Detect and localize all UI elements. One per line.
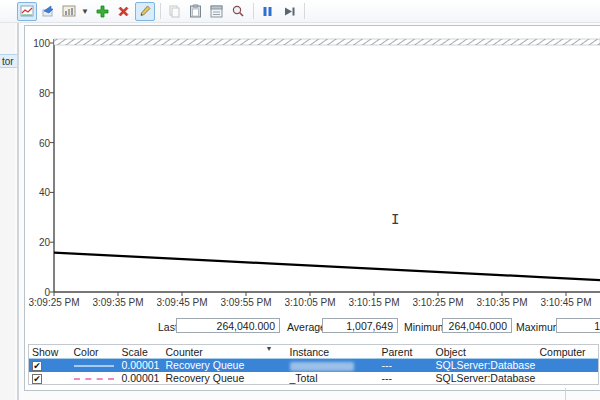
counter-cell: Recovery Queue (163, 372, 287, 385)
col-header-scale[interactable]: Scale (119, 345, 163, 359)
paste-counter-list-button[interactable] (186, 2, 206, 21)
redacted-instance (290, 362, 354, 371)
x-tick-label: 3:09:25 PM (28, 297, 79, 308)
legend-header-row: Show Color Scale Counter▼ Instance Paren… (29, 345, 599, 359)
chart-canvas (24, 25, 600, 325)
step-forward-icon (282, 5, 296, 18)
col-header-color[interactable]: Color (71, 345, 119, 359)
delete-counter-button[interactable] (114, 2, 134, 21)
col-header-instance[interactable]: Instance (287, 345, 379, 359)
maximum-value: 1,758,368 (556, 318, 600, 333)
object-cell: SQLServer:Database Replica (433, 359, 537, 372)
highlight-pencil-icon (138, 4, 152, 18)
line-chart[interactable]: 100806040200 3:09:25 PM3:09:35 PM3:09:45… (24, 25, 600, 325)
col-header-object[interactable]: Object (433, 345, 537, 359)
series-color-swatch (74, 378, 114, 380)
pane-splitter[interactable] (17, 23, 19, 400)
copy-properties-button[interactable] (165, 2, 185, 21)
x-tick-label: 3:10:45 PM (540, 297, 591, 308)
properties-icon (210, 5, 223, 18)
y-tick-label: 80 (20, 87, 50, 98)
show-checkbox[interactable]: ✔ (32, 361, 42, 371)
scale-cell: 0.00001 (119, 359, 163, 372)
x-tick-label: 3:09:45 PM (156, 297, 207, 308)
add-plus-icon (95, 4, 110, 19)
sidebar-item-performance-monitor[interactable]: tor (0, 54, 18, 68)
add-counter-button[interactable] (93, 2, 113, 21)
y-tick-label: 100 (20, 38, 50, 49)
toolbar-separator (304, 3, 305, 19)
x-tick-label: 3:10:05 PM (284, 297, 335, 308)
change-graph-type-button[interactable] (59, 2, 79, 21)
lower-pane-divider (565, 388, 566, 400)
average-label: Average (287, 321, 326, 333)
show-checkbox[interactable]: ✔ (32, 374, 42, 384)
update-data-button[interactable] (279, 2, 299, 21)
average-value: 1,007,649 (322, 318, 398, 333)
view-log-data-button[interactable] (38, 2, 58, 21)
parent-cell: --- (379, 372, 433, 385)
chevron-down-icon[interactable]: ▼ (81, 7, 89, 16)
table-row[interactable]: ✔ 0.00001 Recovery Queue _Total --- SQLS… (29, 372, 599, 385)
copy-icon (168, 5, 181, 18)
properties-button[interactable] (207, 2, 227, 21)
value-bar: Last 264,040.000 Average 1,007,649 Minim… (24, 318, 600, 336)
zoom-magnifier-icon (231, 4, 245, 18)
paste-clipboard-icon (189, 4, 202, 18)
perfmon-window: ▼ (0, 0, 600, 400)
x-tick-label: 3:09:55 PM (220, 297, 271, 308)
object-cell: SQLServer:Database Replica (433, 372, 537, 385)
delete-x-icon (116, 4, 131, 19)
console-tree-sidebar: tor (0, 23, 15, 400)
x-tick-label: 3:09:35 PM (92, 297, 143, 308)
ibeam-cursor: I (391, 211, 399, 227)
computer-cell (537, 372, 599, 385)
instance-cell: _Total (287, 372, 379, 385)
instance-cell (287, 359, 379, 372)
counter-legend-table: Show Color Scale Counter▼ Instance Paren… (28, 344, 599, 385)
x-tick-label: 3:10:25 PM (412, 297, 463, 308)
toolbar: ▼ (0, 0, 600, 23)
pause-icon (261, 5, 274, 18)
sort-descending-icon: ▼ (266, 345, 273, 352)
col-header-show[interactable]: Show (29, 345, 71, 359)
y-tick-label: 60 (20, 137, 50, 148)
offscale-series-strip (54, 39, 600, 45)
highlighted-counter-line (54, 253, 600, 280)
view-current-activity-button[interactable] (17, 2, 37, 21)
computer-cell (537, 359, 599, 372)
y-tick-label: 20 (20, 237, 50, 248)
current-activity-icon (20, 4, 34, 18)
col-header-counter[interactable]: Counter▼ (163, 345, 287, 359)
table-row[interactable]: ✔ 0.00001 Recovery Queue --- SQLServer:D… (29, 359, 599, 372)
minimum-label: Minimum (404, 321, 447, 333)
log-data-icon (41, 4, 55, 18)
zoom-button[interactable] (228, 2, 248, 21)
toolbar-separator (253, 3, 254, 19)
maximum-label: Maximum (516, 321, 562, 333)
col-header-computer[interactable]: Computer (537, 345, 599, 359)
toolbar-separator (160, 3, 161, 19)
x-tick-label: 3:10:35 PM (476, 297, 527, 308)
scale-cell: 0.00001 (119, 372, 163, 385)
y-tick-label: 40 (20, 187, 50, 198)
last-label: Last (158, 321, 178, 333)
highlight-button[interactable] (135, 2, 155, 21)
graph-type-icon (62, 4, 76, 18)
series-color-swatch (74, 365, 114, 367)
x-tick-label: 3:10:15 PM (348, 297, 399, 308)
col-header-parent[interactable]: Parent (379, 345, 433, 359)
y-tick-label: 0 (20, 287, 50, 298)
minimum-value: 264,040.000 (442, 318, 512, 333)
parent-cell: --- (379, 359, 433, 372)
last-value: 264,040.000 (176, 318, 280, 333)
counter-cell: Recovery Queue (163, 359, 287, 372)
freeze-display-button[interactable] (258, 2, 278, 21)
